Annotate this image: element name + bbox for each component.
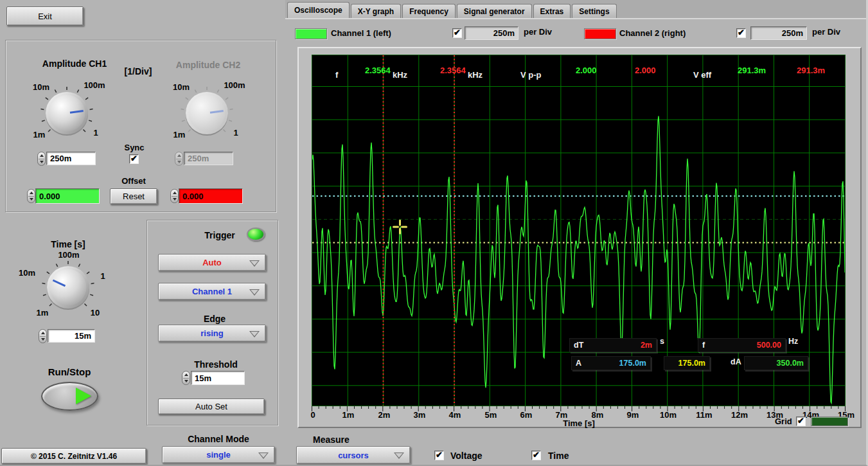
copyright-box: © 2015 C. Zeitnitz V1.46: [1, 448, 146, 464]
tab-bar: Oscilloscope X-Y graph Frequency Signal …: [287, 2, 617, 18]
measure-mode-value: cursors: [338, 451, 369, 460]
amp-ch2-knob-label-1: 1: [233, 128, 238, 138]
x-tick-1: 1m: [342, 410, 355, 420]
amplitude-ch2-value: 250m: [188, 154, 209, 163]
amplitude-ch2-field[interactable]: 250m: [184, 152, 233, 165]
channel2-scale-field[interactable]: 250m: [750, 26, 807, 40]
time-spinner[interactable]: [39, 329, 47, 343]
exit-button[interactable]: Exit: [6, 6, 84, 26]
amplitude-ch2-title: Amplitude CH2: [176, 60, 240, 70]
time-knob[interactable]: [40, 259, 96, 316]
x-tick-12: 12m: [731, 410, 748, 420]
amp-ch2-knob-label-100m: 100m: [224, 80, 245, 90]
channel1-scale-field[interactable]: 250m: [465, 26, 518, 40]
time-title: Time [s]: [51, 239, 85, 249]
freq-ch2-unit: kHz: [468, 70, 483, 80]
scope-plot-area[interactable]: f 2.3564 kHz 2.3564 kHz V p-p 2.000 2.00…: [312, 55, 846, 406]
channel2-label: Channel 2 (right): [619, 28, 686, 38]
oscilloscope-app-window: Exit Oscilloscope X-Y graph Frequency Si…: [0, 0, 868, 466]
tab-settings[interactable]: Settings: [572, 4, 616, 18]
amplitude-ch1-field[interactable]: 250m: [46, 152, 96, 165]
threshold-label: Threshold: [194, 359, 238, 370]
freq-ch2-value: 2.3564: [440, 66, 466, 75]
chevron-down-icon: [249, 331, 260, 337]
x-tick-3: 3m: [414, 410, 426, 420]
channel-mode-value: single: [206, 450, 231, 460]
channel1-enable-checkbox[interactable]: [452, 28, 462, 38]
run-stop-label: Run/Stop: [48, 366, 91, 377]
threshold-value: 15m: [195, 373, 211, 383]
scope-waveform-canvas[interactable]: [312, 55, 845, 406]
freq-label: f: [335, 70, 338, 80]
channel-mode-label: Channel Mode: [188, 434, 249, 444]
delta-a-readout: 350.0m: [744, 356, 808, 370]
cursor-a-label: A: [576, 359, 581, 368]
veff-label: V eff: [693, 70, 711, 80]
auto-set-button[interactable]: Auto Set: [158, 399, 265, 415]
x-tick-6: 6m: [520, 410, 533, 420]
channel2-per-div-label: per Div: [812, 27, 840, 37]
time-field[interactable]: 15m: [48, 329, 95, 343]
trigger-edge-dropdown[interactable]: rising: [158, 325, 266, 342]
trigger-led-indicator: [247, 228, 265, 241]
delta-a-label: dA: [731, 357, 741, 366]
amplitude-ch2-spinner[interactable]: [175, 152, 183, 166]
tab-signal-generator[interactable]: Signal generator: [457, 4, 532, 18]
tab-oscilloscope[interactable]: Oscilloscope: [287, 2, 350, 18]
measure-voltage-checkbox[interactable]: [434, 451, 444, 460]
trigger-mode-dropdown[interactable]: Auto: [158, 254, 266, 271]
x-tick-9: 9m: [627, 410, 639, 420]
sync-label: Sync: [124, 143, 144, 152]
tab-frequency[interactable]: Frequency: [402, 4, 456, 18]
channel2-enable-checkbox[interactable]: [736, 28, 746, 38]
grid-checkbox[interactable]: [796, 417, 806, 426]
channel-mode-dropdown[interactable]: single: [162, 446, 275, 463]
threshold-spinner[interactable]: [182, 371, 190, 385]
offset-ch1-field[interactable]: 0.000: [35, 188, 100, 204]
chevron-down-icon: [394, 453, 404, 459]
amp-ch1-knob-label-100m: 100m: [84, 80, 105, 90]
freq-ch1-unit: kHz: [393, 70, 407, 80]
tab-extras[interactable]: Extras: [533, 4, 571, 18]
offset-ch1-spinner[interactable]: [27, 189, 35, 203]
delta-t-unit: s: [660, 337, 664, 346]
channel1-scale-value: 250m: [493, 28, 515, 38]
grid-label: Grid: [775, 417, 792, 426]
delta-t-readout: dT 2m: [569, 338, 657, 352]
cursor-freq-value: 500.00: [757, 341, 781, 350]
x-axis-label: Time [s]: [563, 418, 595, 428]
delta-a-value: 350.0m: [777, 359, 804, 368]
amplitude-ch2-knob[interactable]: [179, 85, 235, 141]
measure-mode-dropdown[interactable]: cursors: [296, 446, 411, 464]
cursor-a2-value: 175.0m: [678, 359, 705, 368]
x-tick-4: 4m: [449, 410, 461, 420]
cursor-freq-unit: Hz: [788, 337, 798, 346]
cursor-a2-readout: 175.0m: [664, 356, 710, 370]
time-knob-label-100m: 100m: [58, 250, 79, 260]
tab-xy-graph[interactable]: X-Y graph: [351, 4, 401, 18]
per-div-unit-label: [1/Div]: [125, 66, 152, 76]
cursor-freq-label: f: [702, 341, 705, 350]
amp-ch1-knob-label-10m: 10m: [33, 82, 49, 92]
measure-time-label: Time: [548, 451, 569, 461]
measure-time-checkbox[interactable]: [531, 451, 541, 460]
time-value: 15m: [75, 331, 91, 341]
amplitude-ch1-knob[interactable]: [39, 85, 95, 141]
offset-reset-button[interactable]: Reset: [110, 188, 157, 204]
vpp-ch1-value: 2.000: [576, 66, 597, 75]
edge-label: Edge: [204, 314, 226, 324]
tab-page-top-edge: [285, 18, 868, 19]
trigger-source-dropdown[interactable]: Channel 1: [158, 283, 266, 300]
sync-checkbox[interactable]: [129, 154, 139, 164]
threshold-field[interactable]: 15m: [191, 371, 245, 385]
chevron-down-icon: [258, 453, 269, 459]
offset-ch2-spinner[interactable]: [170, 189, 179, 203]
x-tick-0: 0: [310, 410, 315, 420]
run-stop-button[interactable]: [41, 382, 98, 411]
time-knob-label-1m: 1m: [37, 308, 49, 318]
veff-ch1-value: 291.3m: [738, 66, 766, 75]
channel1-label: Channel 1 (left): [331, 28, 391, 38]
offset-ch2-field[interactable]: 0.000: [179, 188, 243, 204]
amplitude-ch1-spinner[interactable]: [37, 152, 46, 166]
cursor-freq-readout: f 500.00: [698, 338, 786, 352]
